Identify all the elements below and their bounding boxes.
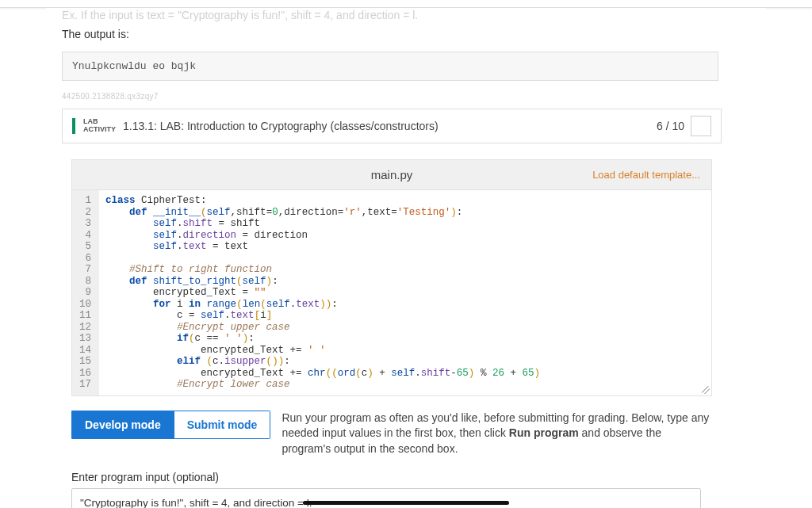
mode-row: Develop mode Submit mode Run your progra… <box>71 411 712 457</box>
mode-help-text: Run your program as often as you'd like,… <box>282 411 712 457</box>
lab-title: 1.13.1: LAB: Introduction to Cryptograph… <box>117 120 657 132</box>
home-indicator <box>303 501 509 505</box>
watermark-id: 442500.2138828.qx3zqy7 <box>62 92 750 101</box>
content-card: Ex. If the input is text = "Cryptography… <box>46 8 766 508</box>
lab-activity-badge: LAB ACTIVITY <box>72 118 117 134</box>
example-line-1: Ex. If the input is text = "Cryptography… <box>62 8 750 24</box>
load-default-template-link[interactable]: Load default template... <box>592 169 700 181</box>
score-box[interactable] <box>691 116 711 136</box>
editor-resize-handle[interactable] <box>702 386 710 394</box>
help-bold: Run program <box>509 426 579 439</box>
editor-tab-row: main.py Load default template... <box>71 159 712 189</box>
develop-mode-button[interactable]: Develop mode <box>71 411 174 439</box>
program-input-label: Enter program input (optional) <box>71 471 750 483</box>
program-input-box[interactable]: "Cryptography is fun!", shift = 4, and d… <box>71 488 701 508</box>
lab-header: LAB ACTIVITY 1.13.1: LAB: Introduction t… <box>62 109 722 143</box>
line-number-gutter: 1234567891011121314151617 <box>72 190 99 395</box>
code-area[interactable]: class CipherTest: def __init__(self,shif… <box>99 190 711 395</box>
top-nav-shadow <box>0 0 812 8</box>
bottom-bar <box>0 501 812 505</box>
code-editor[interactable]: 1234567891011121314151617 class CipherTe… <box>71 189 712 396</box>
lab-badge-bottom: ACTIVITY <box>83 126 117 134</box>
example-output-box: Ynulpkcnwldu eo bqjk <box>62 52 718 81</box>
mode-toggle: Develop mode Submit mode <box>71 411 270 439</box>
score-text: 6 / 10 <box>657 120 684 132</box>
example-line-2: The output is: <box>62 27 750 43</box>
submit-mode-button[interactable]: Submit mode <box>174 411 271 439</box>
